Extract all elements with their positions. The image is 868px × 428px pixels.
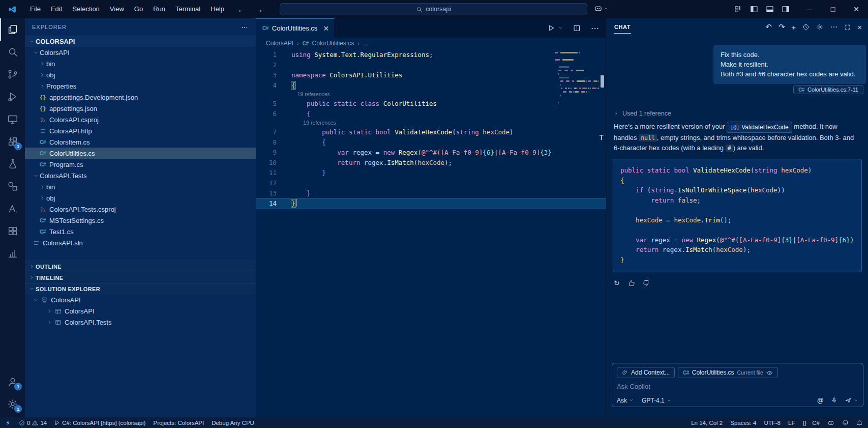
projects-indicator[interactable]: Projects: ColorsAPI: [153, 420, 204, 426]
more-actions-icon[interactable]: ⋯: [241, 23, 249, 31]
undo-icon[interactable]: ↶: [765, 22, 772, 32]
nav-back-icon[interactable]: ←: [237, 5, 245, 14]
tree-item-mstestsettings-cs[interactable]: C#MSTestSettings.cs: [25, 215, 256, 226]
customize-layout-icon[interactable]: [734, 5, 742, 13]
solution-item-colorsapi-tests[interactable]: ColorsAPI.Tests: [25, 317, 256, 328]
copilot-menu-button[interactable]: [594, 4, 608, 13]
code-editor[interactable]: 1using System.Text.RegularExpressions;23…: [256, 49, 606, 417]
settings-gear-icon[interactable]: [816, 23, 823, 31]
account-icon[interactable]: 1: [0, 370, 25, 393]
menu-selection[interactable]: Selection: [67, 0, 104, 18]
eol-indicator[interactable]: LF: [788, 420, 795, 426]
tree-item-colorsitem-cs[interactable]: C#ColorsItem.cs: [25, 136, 256, 148]
tree-item-colorsapi[interactable]: ColorsAPI: [25, 47, 256, 58]
close-button[interactable]: ✕: [845, 0, 868, 18]
menu-view[interactable]: View: [105, 0, 129, 18]
explorer-icon[interactable]: [0, 18, 25, 41]
breadcrumb-item[interactable]: ColorUtilities.cs: [312, 40, 354, 47]
mention-icon[interactable]: @: [817, 396, 824, 404]
run-chevron-icon[interactable]: [558, 26, 563, 31]
section-solution-explorer[interactable]: SOLUTION EXPLORER: [25, 283, 256, 294]
tree-item-colorsapi-csproj[interactable]: ColorsAPI.csproj: [25, 114, 256, 125]
section-outline[interactable]: OUTLINE: [25, 261, 256, 272]
history-icon[interactable]: [802, 23, 810, 31]
close-tab-icon[interactable]: ✕: [323, 24, 329, 33]
tree-item-program-cs[interactable]: C#Program.cs: [25, 159, 256, 170]
chat-input-box[interactable]: Add Context... C# ColorUtilities.cs Curr…: [612, 363, 863, 407]
tree-root-colorsapi[interactable]: COLORSAPI: [25, 36, 256, 47]
toggle-primary-sidebar-icon[interactable]: [750, 5, 758, 13]
tree-item-bin[interactable]: bin: [25, 181, 256, 192]
run-button-icon[interactable]: [547, 24, 555, 32]
tree-item-test1-cs[interactable]: C#Test1.cs: [25, 226, 256, 237]
scrollbar-thumb[interactable]: [601, 75, 604, 88]
tree-item-bin[interactable]: bin: [25, 58, 256, 69]
language-mode[interactable]: {} C#: [802, 420, 820, 426]
toggle-secondary-sidebar-icon[interactable]: [782, 5, 790, 13]
section-timeline[interactable]: TIMELINE: [25, 272, 256, 283]
search-icon[interactable]: [0, 41, 25, 63]
send-button[interactable]: [845, 397, 858, 404]
command-center-search[interactable]: colorsapi: [280, 3, 587, 15]
settings-icon[interactable]: 1: [0, 393, 25, 415]
extensions-icon[interactable]: 1: [0, 130, 25, 153]
source-control-icon[interactable]: [0, 63, 25, 85]
testing-icon[interactable]: [0, 153, 25, 175]
shapes-icon[interactable]: [0, 175, 25, 197]
run-debug-icon[interactable]: [0, 85, 25, 108]
tree-item-colorsapi-tests[interactable]: ColorsAPI.Tests: [25, 170, 256, 181]
solution-item-colorsapi[interactable]: ColorsAPI: [25, 294, 256, 305]
tree-item-properties[interactable]: Properties: [25, 80, 256, 92]
symbol-chip[interactable]: [@]ValidateHexCode: [727, 122, 792, 133]
tab-colorutilities[interactable]: C# ColorUtilities.cs ✕: [256, 18, 335, 38]
copilot-status-icon[interactable]: [827, 419, 834, 426]
menu-file[interactable]: File: [25, 0, 46, 18]
letter-a-icon[interactable]: [0, 197, 25, 220]
split-editor-icon[interactable]: [573, 24, 581, 32]
notifications-bell-icon[interactable]: [856, 419, 863, 426]
used-references-toggle[interactable]: Used 1 reference: [614, 110, 671, 117]
tree-item-obj[interactable]: obj: [25, 69, 256, 80]
chart-icon[interactable]: [0, 242, 25, 265]
attachment-chip[interactable]: C# ColorUtilities.cs:7-11: [793, 85, 863, 94]
minimap[interactable]: [552, 49, 599, 108]
tree-item-obj[interactable]: obj: [25, 192, 256, 204]
debug-target[interactable]: C#: ColorsAPI [https] (colorsapi): [54, 420, 145, 426]
feedback-smiley-icon[interactable]: [842, 419, 849, 426]
thumbs-down-icon[interactable]: [643, 279, 650, 287]
response-code-block[interactable]: public static bool ValidateHexCode(strin…: [613, 159, 862, 272]
add-context-button[interactable]: Add Context...: [617, 367, 675, 378]
breadcrumb-item[interactable]: ColorsAPI: [266, 40, 293, 47]
tree-item-colorsapi-tests-csproj[interactable]: ColorsAPI.Tests.csproj: [25, 204, 256, 215]
maximize-button[interactable]: □: [821, 0, 845, 18]
chat-tab[interactable]: CHAT: [614, 21, 631, 34]
codelens[interactable]: 19 references: [256, 119, 606, 127]
build-config[interactable]: Debug Any CPU: [212, 420, 254, 426]
mic-icon[interactable]: [831, 397, 837, 404]
minimize-button[interactable]: –: [798, 0, 821, 18]
cursor-position[interactable]: Ln 14, Col 2: [691, 420, 723, 426]
encoding[interactable]: UTF-8: [764, 420, 781, 426]
retry-icon[interactable]: ↻: [614, 279, 620, 287]
tree-item-appsettings-json[interactable]: {}appsettings.json: [25, 103, 256, 114]
chat-more-actions-icon[interactable]: ⋯: [830, 22, 837, 32]
nav-forward-icon[interactable]: →: [255, 5, 263, 14]
editor-more-actions-icon[interactable]: ⋯: [591, 23, 599, 33]
maximize-panel-icon[interactable]: [844, 24, 851, 31]
tree-item-colorsapi-sln[interactable]: ColorsAPI.sln: [25, 237, 256, 248]
tree-item-colorutilities-cs[interactable]: C#ColorUtilities.cs: [25, 148, 256, 159]
new-chat-icon[interactable]: +: [791, 23, 796, 32]
problems-indicator[interactable]: 0 14: [19, 420, 47, 426]
chat-input-placeholder[interactable]: Ask Copilot: [617, 383, 858, 390]
grid-icon[interactable]: [0, 220, 25, 242]
model-selector[interactable]: GPT-4.1: [642, 397, 671, 404]
menu-run[interactable]: Run: [148, 0, 170, 18]
remote-explorer-icon[interactable]: [0, 108, 25, 130]
redo-icon[interactable]: ↷: [779, 22, 785, 32]
breadcrumb[interactable]: ColorsAPI›C#ColorUtilities.cs›...: [256, 38, 606, 49]
menu-terminal[interactable]: Terminal: [170, 0, 205, 18]
indentation[interactable]: Spaces: 4: [730, 420, 756, 426]
remote-indicator[interactable]: [5, 420, 11, 426]
breadcrumb-item[interactable]: ...: [363, 40, 368, 47]
menu-edit[interactable]: Edit: [46, 0, 67, 18]
